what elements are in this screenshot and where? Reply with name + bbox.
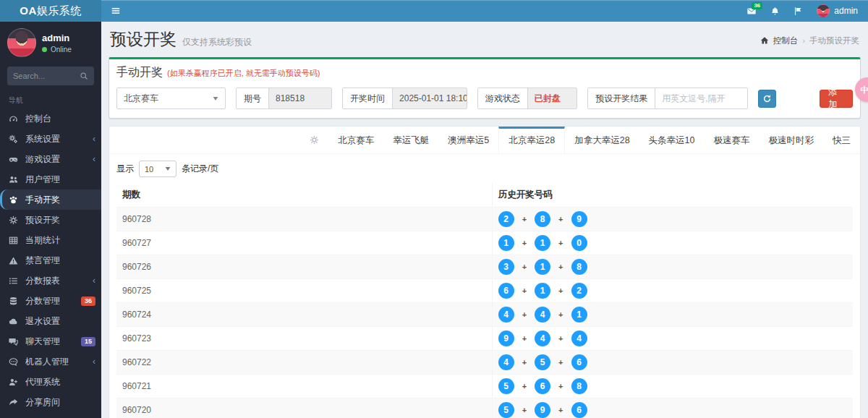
- sidebar-item-label: 分数报表: [25, 275, 60, 287]
- number-ball: 6: [498, 283, 514, 299]
- sidebar-item-score-management[interactable]: 分数管理 36: [0, 291, 101, 311]
- top-navbar: 36 admin: [101, 0, 868, 22]
- number-ball: 3: [498, 259, 514, 275]
- table-row: 960722 4 + 5 + 6: [116, 351, 853, 375]
- comments-icon: [9, 336, 20, 346]
- manual-draw-box-head: 手动开奖 (如果杀赢程序已开启, 就无需手动预设号码): [116, 65, 853, 80]
- flags-button[interactable]: [793, 7, 803, 16]
- sidebar-item-score-report[interactable]: 分数报表 ‹: [0, 270, 101, 291]
- sidebar-item-fly-order-system[interactable]: 飞单系统 ‹: [0, 412, 101, 418]
- draw-time-value-field: 2025-01-01 18:10:00: [393, 88, 467, 108]
- navbar-username: admin: [834, 6, 858, 16]
- messages-button[interactable]: 36: [746, 7, 757, 16]
- preset-result-label: 预设开奖结果: [588, 88, 655, 108]
- preset-result-input[interactable]: [655, 88, 748, 108]
- sidebar-item-mute-management[interactable]: 禁言管理: [0, 250, 101, 270]
- navbar-right: 36 admin: [746, 4, 868, 17]
- sidebar-item-period-stats[interactable]: 当期统计: [0, 230, 101, 250]
- tab-speed-racing[interactable]: 极速赛车: [705, 127, 760, 153]
- sidebar-item-preset-draw[interactable]: 预设开奖: [0, 210, 101, 230]
- draw-numbers: 6 + 1 + 2: [498, 283, 847, 299]
- add-button[interactable]: 添加: [820, 90, 853, 108]
- plus-separator: +: [558, 382, 563, 391]
- sidebar-item-manual-draw[interactable]: 手动开奖: [0, 189, 101, 210]
- tab-au-lucky5[interactable]: 澳洲幸运5: [438, 127, 498, 153]
- number-ball: 4: [535, 307, 550, 323]
- user-status: Online: [42, 46, 72, 54]
- tab-bj-racing[interactable]: 北京赛车: [328, 127, 383, 153]
- number-ball: 0: [571, 235, 587, 251]
- game-select[interactable]: 北京赛车: [116, 88, 226, 109]
- notifications-button[interactable]: [770, 7, 780, 16]
- breadcrumb: 控制台 › 手动预设开奖: [760, 35, 859, 46]
- tab-speed-ssc[interactable]: 极速时时彩: [760, 127, 824, 153]
- breadcrumb-home-link[interactable]: 控制台: [773, 35, 799, 46]
- chevron-left-icon: ‹: [93, 276, 95, 285]
- manual-draw-icon: [9, 195, 20, 205]
- period-cell: 960727: [116, 231, 492, 255]
- plus-separator: +: [522, 286, 527, 295]
- chevron-left-icon: ‹: [93, 357, 95, 366]
- tab-kuai3[interactable]: 快三: [823, 127, 860, 153]
- gears-icon: [9, 134, 20, 144]
- sidebar-search: [7, 67, 94, 85]
- tab-canada-lucky28[interactable]: 加拿大幸运28: [565, 127, 639, 153]
- sidebar-item-rebate-settings[interactable]: 退水设置: [0, 311, 101, 331]
- tab-label: 头条幸运10: [649, 135, 695, 145]
- page-title: 预设开奖: [110, 28, 176, 51]
- plus-separator: +: [558, 215, 563, 223]
- agent-icon: [9, 377, 20, 387]
- tab-lucky-airship[interactable]: 幸运飞艇: [383, 127, 438, 153]
- sidebar-item-label: 禁言管理: [25, 255, 60, 267]
- plus-separator: +: [522, 215, 527, 223]
- number-ball: 5: [498, 378, 514, 394]
- brand-logo[interactable]: OA娱乐系统: [0, 0, 101, 22]
- tab-label: 澳洲幸运5: [448, 135, 489, 145]
- plus-separator: +: [558, 310, 563, 319]
- tab-bj-lucky28[interactable]: 北京幸运28: [498, 127, 565, 153]
- number-ball: 9: [535, 402, 550, 418]
- sidebar-item-label: 手动开奖: [25, 194, 60, 206]
- sidebar-toggle-button[interactable]: [101, 0, 130, 22]
- period-cell: 960722: [116, 351, 492, 375]
- sidebar-item-system-settings[interactable]: 系统设置 ‹: [0, 129, 101, 149]
- count-badge: 36: [81, 297, 95, 306]
- bell-icon: [770, 7, 780, 16]
- sidebar-item-label: 代理系统: [25, 376, 60, 388]
- report-icon: [9, 276, 20, 286]
- game-status-group: 游戏状态 已封盘: [477, 88, 577, 109]
- navbar-avatar: [817, 4, 830, 17]
- sidebar-item-agent-system[interactable]: 代理系统: [0, 372, 101, 392]
- sidebar-item-user-management[interactable]: 用户管理: [0, 169, 101, 189]
- user-avatar: [7, 28, 36, 57]
- user-name: admin: [42, 33, 72, 43]
- sidebar-item-console[interactable]: 控制台: [0, 108, 101, 129]
- sidebar-item-label: 控制台: [25, 113, 51, 125]
- search-input[interactable]: [13, 72, 80, 80]
- page-size-select[interactable]: 10: [139, 161, 176, 177]
- manual-draw-title: 手动开奖: [116, 65, 163, 80]
- number-ball: 4: [498, 354, 514, 370]
- history-table: 期数 历史开奖号码 960728 2 + 8: [116, 183, 853, 418]
- tab-toutiao-lucky10[interactable]: 头条幸运10: [639, 127, 705, 153]
- sidebar-item-robot-management[interactable]: 机器人管理 ‹: [0, 351, 101, 372]
- navbar-user-menu[interactable]: admin: [817, 4, 858, 17]
- sidebar-item-chat-management[interactable]: 聊天管理 15: [0, 331, 101, 351]
- sidebar-item-game-settings[interactable]: 游戏设置 ‹: [0, 149, 101, 169]
- sidebar-item-share-room[interactable]: 分享房间: [0, 392, 101, 412]
- sidebar-item-label: 用户管理: [25, 174, 60, 186]
- numbers-cell: 3 + 1 + 8: [492, 255, 853, 279]
- manual-draw-note: (如果杀赢程序已开启, 就无需手动预设号码): [167, 68, 320, 79]
- tabs-settings-button[interactable]: [300, 127, 328, 153]
- plus-separator: +: [522, 310, 527, 319]
- refresh-button[interactable]: [758, 90, 777, 108]
- content-header: 预设开奖 仅支持系统彩预设 控制台 › 手动预设开奖: [110, 28, 859, 51]
- gear-icon: [9, 215, 20, 225]
- draw-numbers: 5 + 9 + 6: [498, 402, 847, 418]
- number-ball: 8: [571, 378, 587, 394]
- sidebar-user-panel: admin Online: [0, 22, 101, 62]
- page-size-suffix: 条记录/页: [182, 163, 218, 175]
- search-icon[interactable]: [80, 72, 88, 80]
- sidebar-item-label: 游戏设置: [25, 153, 60, 166]
- draw-time-label: 开奖时间: [343, 88, 393, 108]
